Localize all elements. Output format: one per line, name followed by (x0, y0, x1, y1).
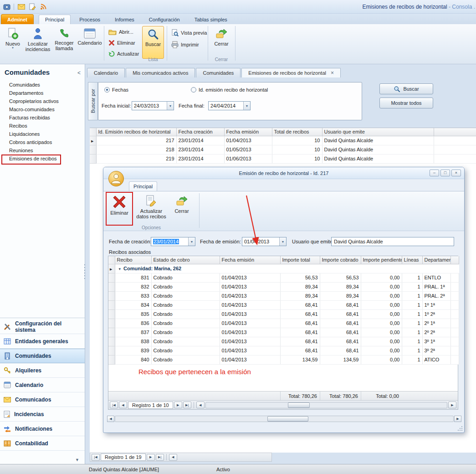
cell[interactable]: 837 (115, 328, 151, 337)
sidebar-item[interactable]: Departamentos (0, 89, 85, 97)
doctab-emisiones[interactable]: Emisiones de recibos de horizontal × (241, 68, 341, 77)
cell[interactable]: 10 (272, 145, 322, 154)
cell[interactable]: 68,41 (280, 337, 320, 346)
cell[interactable]: 1 (402, 291, 422, 300)
cell[interactable]: Cobrado (151, 355, 220, 364)
cell[interactable]: 10 (272, 154, 322, 163)
column-header[interactable]: Id. Emisión recibos de horizontal (96, 128, 176, 136)
nav-item-entidades-generales[interactable]: Entidades generales (0, 334, 85, 349)
dialog-app-icon[interactable] (108, 170, 124, 188)
cell[interactable]: 68,41 (320, 300, 361, 309)
column-header[interactable]: Líneas (402, 256, 422, 264)
cell[interactable]: PRAL. 1ª (422, 282, 450, 291)
sidebar-item[interactable]: Liquidaciones (0, 130, 85, 138)
column-header[interactable]: Importe pendiente (361, 256, 402, 264)
app-icon[interactable] (3, 3, 10, 10)
cell[interactable]: 831 (115, 273, 151, 282)
dropdown-icon[interactable]: ▼ (167, 102, 174, 110)
cell[interactable]: 89,34 (320, 291, 361, 300)
sidebar-item[interactable]: Emisiones de recibos (0, 155, 85, 163)
cell[interactable]: 134,59 (280, 355, 320, 364)
cell[interactable]: 0,00 (361, 328, 402, 337)
cell[interactable]: 23/01/2014 (176, 154, 224, 163)
nav-item-configuracion-sistema[interactable]: Configuración del sistema (0, 319, 85, 334)
maximize-icon[interactable]: □ (440, 170, 450, 176)
cell[interactable]: 01/04/2013 (220, 319, 280, 328)
cell[interactable]: 1 (402, 337, 422, 346)
nav-item-comunicados[interactable]: Comunicados (0, 392, 85, 407)
sidebar-item[interactable]: Copropietarios activos (0, 97, 85, 105)
cell[interactable]: 218 (96, 145, 176, 154)
cell[interactable]: 89,34 (320, 282, 361, 291)
cell[interactable]: Cobrado (151, 282, 220, 291)
recoger-llamada-button[interactable]: Recoger llamada (52, 26, 77, 59)
cell[interactable]: 89,34 (280, 291, 320, 300)
cell[interactable]: 68,41 (280, 319, 320, 328)
column-header[interactable]: Fecha emisión (224, 128, 272, 136)
scroll-left-button[interactable]: ◀ (196, 402, 205, 408)
nuevo-button[interactable]: Nuevo ▾ (2, 26, 23, 59)
column-header[interactable]: Fecha creación (176, 128, 224, 136)
cell[interactable]: 832 (115, 282, 151, 291)
cell[interactable]: 01/04/2013 (220, 355, 280, 364)
table-row[interactable]: 835 Cobrado 01/04/2013 68,41 68,41 0,00 … (108, 309, 459, 319)
fecha-creacion-input[interactable]: 23/01/2014 ▼ (151, 237, 195, 246)
buscar-panel-button[interactable]: Buscar (379, 83, 433, 94)
cell[interactable]: 10 (272, 136, 322, 145)
scrollbar-thumb[interactable] (267, 416, 308, 422)
doctab-comunidades[interactable]: Comunidades (196, 68, 241, 77)
close-tab-icon[interactable]: × (331, 71, 334, 75)
application-menu-button[interactable]: Adminet (1, 14, 34, 24)
cell[interactable]: 0,00 (361, 273, 402, 282)
cell[interactable]: 3º 2ª (422, 346, 450, 355)
cell[interactable]: 834 (115, 300, 151, 309)
cell[interactable]: Cobrado (151, 346, 220, 355)
fecha-final-input[interactable]: 24/04/2014 ▼ (208, 101, 251, 110)
feed-icon[interactable] (39, 3, 47, 10)
cell[interactable]: 68,41 (320, 337, 361, 346)
cell[interactable]: 0,00 (361, 282, 402, 291)
mostrar-todos-button[interactable]: Mostrar todos (379, 98, 433, 108)
abrir-button[interactable]: Abrir... (107, 27, 135, 36)
eliminar-button[interactable]: Eliminar (107, 38, 137, 47)
cell[interactable]: 01/04/2013 (224, 136, 272, 145)
sidebar-collapse-icon[interactable]: < (77, 70, 81, 76)
column-header[interactable]: Importe cobrado (320, 256, 361, 264)
table-row[interactable]: 219 23/01/2014 01/06/2013 10 David Quint… (90, 154, 476, 163)
cell[interactable]: 68,41 (320, 319, 361, 328)
cell[interactable]: 23/01/2014 (176, 136, 224, 145)
scroll-left-button[interactable]: ◀ (169, 454, 177, 461)
column-header[interactable]: Usuario que emite (322, 128, 434, 136)
cell[interactable]: 68,41 (320, 309, 361, 319)
cell[interactable]: 56,53 (280, 273, 320, 282)
doctab-mis-comunicados[interactable]: Mis comunicados activos (126, 68, 195, 77)
cell[interactable]: 01/05/2013 (224, 145, 272, 154)
cell[interactable]: 68,41 (280, 346, 320, 355)
cell[interactable]: Cobrado (151, 273, 220, 282)
cell[interactable]: 01/04/2013 (220, 282, 280, 291)
cell[interactable]: 1 (402, 355, 422, 364)
cell[interactable]: 89,34 (280, 282, 320, 291)
minimize-icon[interactable]: – (430, 170, 439, 176)
cell[interactable]: 01/04/2013 (220, 273, 280, 282)
resize-grip[interactable] (458, 426, 462, 431)
cell[interactable]: David Quintas Alcalde (322, 145, 434, 154)
column-header[interactable]: Importe total (280, 256, 320, 264)
cell[interactable]: 838 (115, 337, 151, 346)
table-row[interactable]: 838 Cobrado 01/04/2013 68,41 68,41 0,00 … (108, 337, 459, 346)
cell[interactable]: 3º 1ª (422, 337, 450, 346)
table-row[interactable]: 832 Cobrado 01/04/2013 89,34 89,34 0,00 … (108, 282, 459, 291)
column-header[interactable]: Total de recibos (272, 128, 322, 136)
dialog-cerrar-button[interactable]: Cerrar (171, 193, 193, 224)
ribbon-tab-informes[interactable]: Informes (109, 15, 140, 24)
last-record-button[interactable]: ▶| (156, 454, 164, 461)
table-row[interactable]: 834 Cobrado 01/04/2013 68,41 68,41 0,00 … (108, 300, 459, 309)
cell[interactable]: 839 (115, 346, 151, 355)
note-edit-icon[interactable] (28, 3, 36, 10)
calendario-button[interactable]: Calendario (77, 26, 102, 59)
radio-id-emision[interactable]: Id. emisión recibo de horizontal (191, 87, 268, 93)
cell[interactable]: 1 (402, 300, 422, 309)
column-header[interactable]: Departamento (422, 256, 450, 264)
imprimir-button[interactable]: Imprimir (169, 40, 201, 49)
cell[interactable]: 0,00 (361, 309, 402, 319)
